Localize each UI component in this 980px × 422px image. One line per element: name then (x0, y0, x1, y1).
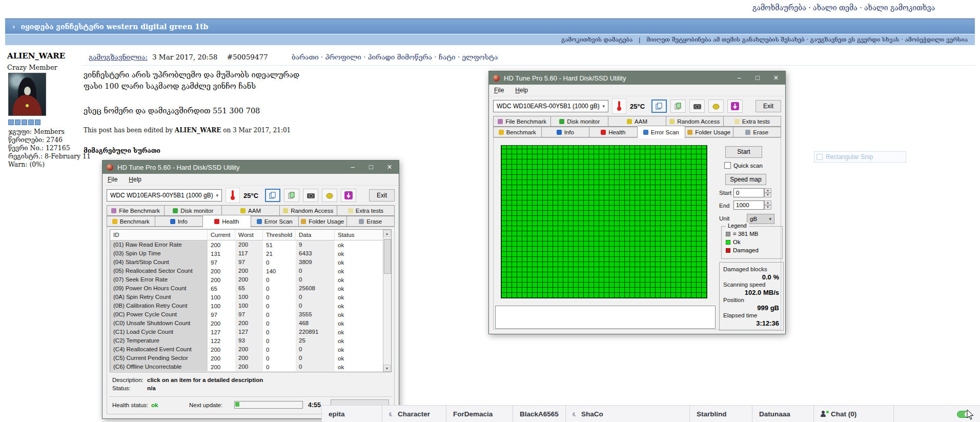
tab-disk-monitor[interactable]: Disk monitor (551, 116, 608, 127)
drive-select[interactable]: WDC WD10EARS-00Y5B1 (1000 gB)▾ (493, 100, 608, 112)
drive-select[interactable]: WDC WD10EARS-00Y5B1 (1000 gB)▾ (107, 189, 222, 202)
username[interactable]: ALIEN_WARE (7, 51, 65, 61)
scrollbar[interactable]: ▲ ▼ (383, 230, 391, 372)
scroll-up-icon[interactable]: ▲ (383, 230, 391, 237)
tab-error-scan[interactable]: Error Scan (251, 216, 299, 227)
tab-error-scan[interactable]: Error Scan (638, 126, 686, 138)
tab-disk-monitor[interactable]: Disk monitor (165, 205, 222, 216)
smart-row[interactable]: (C2) Temperature12293025ok (110, 336, 391, 345)
avatar[interactable] (8, 73, 46, 116)
copy-image-button[interactable] (670, 99, 686, 113)
taskbar-item-epita[interactable]: epita (322, 406, 382, 422)
top-action--[interactable]: გამოხმაურება (752, 4, 806, 12)
smart-row[interactable]: (07) Seek Error Rate20020000ok (110, 275, 391, 284)
maximize-button[interactable]: □ (748, 71, 767, 85)
top-action--[interactable]: ახალი გამოკითხვა (864, 4, 935, 12)
copy-image-button[interactable] (284, 189, 299, 202)
exit-button[interactable]: Exit (756, 100, 781, 112)
download-button[interactable] (341, 189, 356, 202)
tab-info[interactable]: Info (542, 127, 590, 137)
start-spinner[interactable]: ▲▼ (764, 188, 771, 197)
copy-text-button[interactable] (265, 189, 280, 202)
screenshot-button[interactable] (689, 99, 705, 113)
end-input[interactable]: 1000 (733, 200, 764, 210)
menu-help[interactable]: Help (515, 87, 528, 94)
save-button[interactable] (708, 99, 724, 113)
post-link-4[interactable]: ელფოსტა (462, 53, 498, 61)
copy-text-button[interactable] (651, 99, 667, 113)
end-spinner[interactable]: ▲▼ (764, 200, 771, 210)
taskbar-item-shaco[interactable]: ShaCo (566, 406, 690, 422)
minimize-button[interactable]: – (730, 71, 748, 85)
tab-file-benchmark[interactable]: File Benchmark (493, 116, 551, 127)
tab-aam[interactable]: AAM (222, 205, 279, 216)
smart-row[interactable]: (0B) Calibration Retry Count10010000ok (110, 302, 391, 310)
tab-extra-tests[interactable]: Extra tests (724, 116, 781, 127)
scroll-thumb[interactable] (384, 239, 391, 274)
posted-link[interactable]: გამოგზავნილია: (89, 53, 148, 61)
subbar-link-1[interactable]: მიიღეთ შეტყობინება ამ თემის განახლების შ… (646, 36, 805, 43)
temperature-button[interactable] (226, 188, 240, 203)
tab-extra-tests[interactable]: Extra tests (337, 205, 395, 216)
exit-button[interactable]: Exit (369, 189, 395, 202)
post-link-3[interactable]: ჩატი (439, 53, 456, 61)
subbar-link-2[interactable]: გაუგზავნეთ ეს გვერდი სხვას (810, 36, 900, 43)
smart-row[interactable]: (0C) Power Cycle Count979703555ok (110, 310, 391, 319)
post-link-2[interactable]: პირადი მიმოწერა (368, 53, 432, 61)
smart-row[interactable]: (09) Power On Hours Count6565025608ok (110, 284, 391, 293)
tab-random-access[interactable]: Random Access (666, 116, 724, 127)
smart-row[interactable]: (C4) Reallocated Event Count20020000ok (110, 345, 391, 354)
smart-row[interactable]: (04) Start/Stop Count979703809ok (110, 258, 391, 267)
smart-row[interactable]: (03) Spin Up Time131117216433ok (110, 249, 391, 258)
smart-row[interactable]: (C6) Offline Uncorrectable20020000ok (110, 363, 391, 371)
tab-file-benchmark[interactable]: File Benchmark (107, 205, 165, 216)
tab-erase[interactable]: Erase (733, 127, 782, 137)
quick-scan-checkbox[interactable] (724, 162, 731, 169)
subbar-link-0[interactable]: გამოკითხვის დამატება (561, 36, 632, 43)
menu-file[interactable]: File (108, 176, 117, 183)
maximize-button[interactable]: □ (362, 160, 380, 174)
temperature-button[interactable] (612, 98, 626, 114)
tab-benchmark[interactable]: Benchmark (493, 127, 542, 137)
tab-folder-usage[interactable]: Folder Usage (299, 216, 347, 227)
close-button[interactable]: × (767, 71, 785, 85)
smart-row[interactable]: (C0) Unsafe Shutdown Count2002000468ok (110, 319, 391, 328)
save-button[interactable] (322, 189, 337, 202)
tab-random-access[interactable]: Random Access (280, 205, 337, 216)
taskbar-item-fordemacia[interactable]: ForDemacia (446, 406, 513, 422)
taskbar-item-datunaaa[interactable]: Datunaaa (752, 406, 814, 422)
title-bar[interactable]: HD Tune Pro 5.60 - Hard Disk/SSD Utility… (489, 71, 785, 85)
subbar-link-3[interactable]: ამობეჭდილი ვერსია (905, 36, 968, 43)
taskbar-item-starblind[interactable]: Starblind (690, 406, 752, 422)
post-link-1[interactable]: პროფილი (325, 53, 361, 61)
tab-info[interactable]: Info (155, 216, 203, 227)
taskbar-item-character[interactable]: Character (382, 406, 446, 422)
screenshot-button[interactable] (303, 189, 318, 202)
scroll-down-icon[interactable]: ▼ (383, 365, 391, 372)
tab-benchmark[interactable]: Benchmark (107, 216, 155, 227)
post-link-0[interactable]: ბარათი (292, 53, 319, 61)
smart-row[interactable]: (0A) Spin Retry Count10010000ok (110, 293, 391, 302)
start-input[interactable]: 0 (733, 188, 764, 197)
tab-erase[interactable]: Erase (347, 216, 395, 227)
menu-file[interactable]: File (494, 87, 504, 94)
tab-aam[interactable]: AAM (608, 116, 666, 127)
start-scan-button[interactable]: Start (725, 146, 762, 158)
title-bar[interactable]: HD Tune Pro 5.60 - Hard Disk/SSD Utility… (103, 160, 399, 174)
smart-row[interactable]: (C5) Current Pending Sector20020000ok (110, 354, 391, 363)
smart-row[interactable]: (01) Raw Read Error Rate200200519ok (110, 240, 391, 249)
tab-health[interactable]: Health (203, 215, 251, 228)
close-button[interactable]: × (380, 160, 399, 174)
chat-button[interactable]: Chat (0) (814, 406, 894, 422)
speed-map-button[interactable]: Speed map (725, 174, 766, 185)
taskbar-item-blacka6565[interactable]: BlackA6565 (513, 406, 566, 422)
menu-help[interactable]: Help (129, 176, 141, 183)
download-button[interactable] (727, 99, 743, 113)
tab-folder-usage[interactable]: Folder Usage (685, 127, 733, 137)
smart-row[interactable]: (C1) Load Cycle Count1271270220891ok (110, 328, 391, 336)
minimize-button[interactable]: – (343, 160, 362, 174)
tab-health[interactable]: Health (589, 127, 638, 137)
unit-select[interactable]: gB▾ (747, 214, 774, 224)
top-action--[interactable]: ახალი თემა (813, 4, 858, 12)
smart-row[interactable]: (05) Reallocated Sector Count2002001400o… (110, 267, 391, 275)
